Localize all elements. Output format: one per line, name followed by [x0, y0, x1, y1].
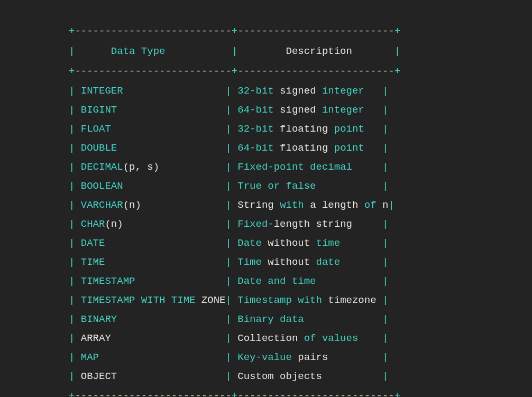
cell-description: Collection of values: [237, 333, 358, 344]
cell-description: Date and time: [237, 275, 316, 287]
cell-datatype: CHAR(n): [81, 218, 123, 230]
cell-description: Fixed-point decimal: [237, 161, 352, 173]
header-col-description: Description: [286, 45, 352, 57]
table-row: | MAP | Key-value pairs |: [69, 348, 532, 367]
cell-description: 64-bit floating point: [237, 142, 364, 154]
table-row: | VARCHAR(n) | String with a length of n…: [69, 196, 532, 215]
table-border: +--------------------------+------------…: [69, 386, 532, 397]
table-row: | TIMESTAMP WITH TIME ZONE| Timestamp wi…: [69, 291, 532, 310]
cell-datatype: BOOLEAN: [81, 180, 123, 192]
table-row: | TIMESTAMP | Date and time |: [69, 272, 532, 291]
cell-description: Time without date: [237, 256, 340, 268]
table-border: +--------------------------+------------…: [69, 61, 532, 81]
cell-description: String with a length of n: [237, 199, 388, 211]
cell-description: True or false: [237, 180, 316, 192]
table-row: | TIME | Time without date |: [69, 253, 532, 272]
cell-datatype: ARRAY: [81, 333, 111, 344]
cell-description: Timestamp with timezone: [237, 294, 376, 306]
cell-datatype: TIMESTAMP WITH TIME ZONE: [81, 294, 226, 306]
cell-description: Binary data: [237, 313, 304, 325]
table-row: | CHAR(n) | Fixed-length string |: [69, 215, 532, 234]
cell-datatype: BINARY: [81, 313, 117, 325]
table-row: | INTEGER | 32-bit signed integer |: [69, 81, 532, 100]
cell-description: Custom objects: [237, 371, 322, 382]
cell-datatype: TIMESTAMP: [81, 275, 135, 287]
cell-datatype: TIME: [81, 256, 105, 268]
cell-datatype: DATE: [81, 237, 105, 249]
cell-datatype: VARCHAR(n): [81, 199, 141, 211]
cell-datatype: MAP: [81, 352, 99, 363]
cell-description: Fixed-length string: [237, 218, 352, 230]
cell-datatype: DOUBLE: [81, 142, 117, 154]
cell-description: Date without time: [237, 237, 340, 249]
table-row: | DOUBLE | 64-bit floating point |: [69, 139, 532, 158]
table-row: | OBJECT | Custom objects |: [69, 367, 532, 386]
cell-datatype: DECIMAL(p, s): [81, 161, 159, 173]
table-row: | BIGINT | 64-bit signed integer |: [69, 100, 532, 119]
table-border: +--------------------------+------------…: [69, 21, 532, 41]
table-row: | BOOLEAN | True or false |: [69, 177, 532, 196]
cell-datatype: INTEGER: [81, 85, 123, 97]
header-col-datatype: Data Type: [111, 45, 166, 57]
table-row: | DECIMAL(p, s) | Fixed-point decimal |: [69, 158, 532, 177]
table-row: | ARRAY | Collection of values |: [69, 329, 532, 348]
cell-datatype: FLOAT: [81, 123, 111, 135]
ascii-table: +--------------------------+------------…: [0, 0, 532, 397]
cell-description: 32-bit floating point: [237, 123, 364, 135]
cell-datatype: BIGINT: [81, 104, 117, 116]
cell-description: 64-bit signed integer: [237, 104, 364, 116]
table-row: | BINARY | Binary data |: [69, 310, 532, 329]
table-row: | DATE | Date without time |: [69, 234, 532, 253]
cell-description: Key-value pairs: [237, 352, 328, 363]
cell-description: 32-bit signed integer: [237, 85, 364, 97]
cell-datatype: OBJECT: [81, 371, 117, 382]
table-row: | FLOAT | 32-bit floating point |: [69, 119, 532, 139]
table-header: | Data Type | Description |: [69, 41, 532, 61]
